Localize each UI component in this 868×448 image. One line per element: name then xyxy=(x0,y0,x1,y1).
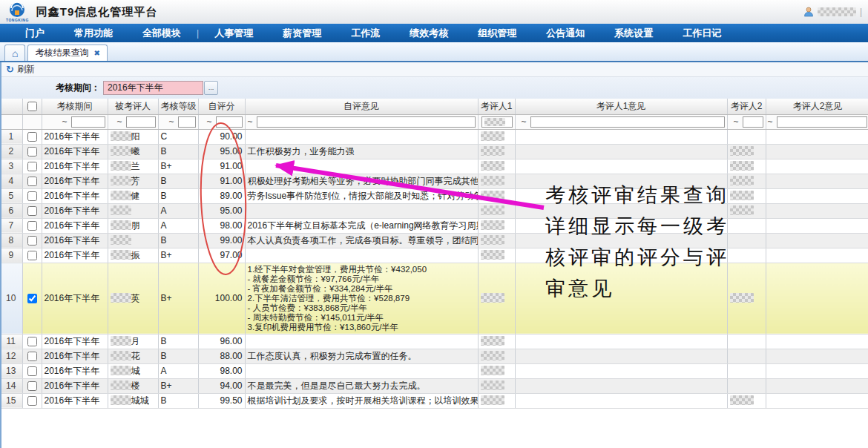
cell-grade: B+ xyxy=(158,248,198,263)
cell-rater2-comment xyxy=(766,144,868,159)
menu-item-hr[interactable]: 人事管理 xyxy=(200,27,268,40)
row-checkbox[interactable] xyxy=(27,366,37,376)
cell-rater1 xyxy=(478,393,515,408)
row-checkbox[interactable] xyxy=(27,221,37,231)
appraisee-name-masked xyxy=(111,161,131,171)
tab-assessment-result-query[interactable]: 考核结果查询 ✖ xyxy=(27,45,107,61)
menu-item-payroll[interactable]: 薪资管理 xyxy=(268,27,336,40)
menu-item-organization[interactable]: 组织管理 xyxy=(463,27,531,40)
col-header-grade[interactable]: 考核等级 xyxy=(158,99,198,114)
main-menu-bar: 门户常用功能全部模块|人事管理薪资管理工作流绩效考核组织管理公告通知系统设置工作… xyxy=(0,24,868,42)
menu-item-announcements[interactable]: 公告通知 xyxy=(531,27,599,40)
rater1-name-masked xyxy=(481,176,504,185)
query-bar: 考核期间： ... xyxy=(0,77,868,99)
cell-rater1 xyxy=(478,378,515,393)
cell-self-score: 96.00 xyxy=(198,334,245,349)
filter-cell-rater1 xyxy=(478,114,515,129)
filter-input-appraisee[interactable] xyxy=(126,116,156,128)
row-checkbox[interactable] xyxy=(27,191,37,201)
row-checkbox[interactable] xyxy=(27,162,37,171)
menu-item-system-settings[interactable]: 系统设置 xyxy=(599,27,668,40)
col-header-rater2[interactable]: 考评人2 xyxy=(727,99,766,114)
row-number: 7 xyxy=(0,218,22,233)
row-number: 5 xyxy=(0,188,22,203)
cell-rater2 xyxy=(727,334,766,349)
table-row: 12016年下半年阳C90.00 xyxy=(0,129,868,144)
row-checkbox[interactable] xyxy=(27,132,37,142)
tab-home[interactable]: ⌂ xyxy=(4,45,25,61)
rater2-name-masked xyxy=(730,395,754,405)
cell-appraisee: 健 xyxy=(108,188,158,203)
row-number: 6 xyxy=(0,203,22,218)
col-header-self-score[interactable]: 自评分 xyxy=(198,99,245,114)
menu-item-portal[interactable]: 门户 xyxy=(10,27,59,40)
row-checkbox[interactable] xyxy=(27,337,37,346)
rater1-name-masked xyxy=(481,161,504,171)
user-area[interactable]: | xyxy=(803,7,862,17)
rater1-name-masked xyxy=(481,366,504,375)
row-checkbox[interactable] xyxy=(27,251,37,260)
col-header-appraisee[interactable]: 被考评人 xyxy=(108,99,158,114)
rater1-name-masked xyxy=(481,351,504,360)
assessment-period-input[interactable] xyxy=(103,81,203,95)
select-all-checkbox[interactable] xyxy=(27,102,37,111)
appraisee-name-masked xyxy=(111,131,131,141)
refresh-icon[interactable]: ↻ xyxy=(6,65,14,74)
col-header-rater1-comment[interactable]: 考评人1意见 xyxy=(515,99,727,114)
cell-rater1 xyxy=(478,334,515,349)
filter-input-period[interactable] xyxy=(71,116,105,128)
filter-input-rater2[interactable] xyxy=(743,116,763,128)
filter-tilde: ~ xyxy=(62,116,67,127)
filter-cell-self-score: ~ xyxy=(198,114,245,129)
filter-input-self-comment[interactable] xyxy=(257,116,476,128)
cell-period: 2016年下半年 xyxy=(42,393,108,408)
row-checkbox[interactable] xyxy=(27,177,37,186)
appraisee-name-masked xyxy=(111,146,131,156)
menu-item-common-functions[interactable]: 常用功能 xyxy=(59,27,128,40)
rater1-name-masked xyxy=(481,381,504,390)
filter-input-self-score[interactable] xyxy=(216,116,243,128)
row-checkbox[interactable] xyxy=(27,206,37,216)
col-header-period[interactable]: 考核期间 xyxy=(42,99,108,114)
cell-self-comment: 工作积极努力，业务能力强 xyxy=(245,144,478,159)
cell-rater1 xyxy=(478,129,515,144)
row-checkbox[interactable] xyxy=(27,396,37,406)
menu-item-work-diary[interactable]: 工作日记 xyxy=(668,27,736,40)
refresh-button[interactable]: 刷新 xyxy=(17,63,35,76)
cell-period: 2016年下半年 xyxy=(42,129,108,144)
menu-item-all-modules[interactable]: 全部模块 xyxy=(128,27,196,40)
col-header-rater1[interactable]: 考评人1 xyxy=(478,99,515,114)
cell-rater2 xyxy=(727,393,766,408)
row-checkbox[interactable] xyxy=(27,352,37,361)
filter-input-rater1-comment[interactable] xyxy=(530,116,725,128)
row-checkbox-cell xyxy=(22,349,42,363)
row-checkbox[interactable] xyxy=(27,147,37,157)
row-checkbox[interactable] xyxy=(27,294,37,303)
row-number: 14 xyxy=(0,378,22,393)
cell-rater2-comment xyxy=(766,159,868,174)
menu-item-workflow[interactable]: 工作流 xyxy=(336,27,395,40)
filter-input-grade[interactable] xyxy=(178,116,196,128)
menu-item-performance[interactable]: 绩效考核 xyxy=(395,27,463,40)
filter-cell-rater2-comment: ~ xyxy=(766,114,868,129)
cell-self-score: 95.00 xyxy=(198,203,245,218)
filter-cell-appraisee: ~ xyxy=(108,114,158,129)
row-checkbox[interactable] xyxy=(27,236,37,246)
col-header-rater2-comment[interactable]: 考评人2意见 xyxy=(766,99,868,114)
cell-appraisee: 朋 xyxy=(108,218,158,233)
browse-button[interactable]: ... xyxy=(204,81,218,95)
close-icon[interactable]: ✖ xyxy=(93,50,99,57)
cell-rater1 xyxy=(478,188,515,203)
cell-grade: B xyxy=(158,144,198,159)
col-header-self-comment[interactable]: 自评意见 xyxy=(245,99,478,114)
cell-self-score: 94.00 xyxy=(198,378,245,393)
cell-rater2-comment xyxy=(766,218,868,233)
row-checkbox-cell xyxy=(22,248,42,263)
cell-self-comment xyxy=(245,159,478,174)
filter-input-rater2-comment[interactable] xyxy=(777,116,867,128)
row-checkbox[interactable] xyxy=(27,381,37,391)
cell-period: 2016年下半年 xyxy=(42,263,108,334)
cell-appraisee: 兰 xyxy=(108,159,158,174)
cell-rater1 xyxy=(478,349,515,363)
cell-period: 2016年下半年 xyxy=(42,349,108,363)
